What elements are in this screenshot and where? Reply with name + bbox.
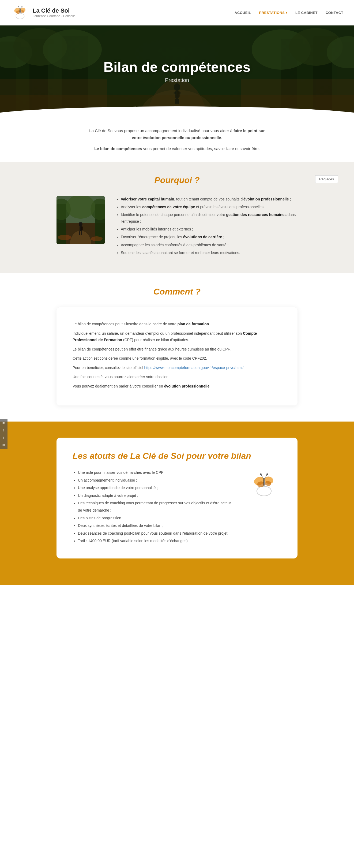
cpf-link[interactable]: https://www.moncompteformation.gouv.fr/e… [144, 366, 244, 370]
list-item: Accompagner les salariés confrontés à de… [121, 242, 297, 248]
facebook-icon[interactable]: f [0, 427, 7, 434]
pourquoi-title: Pourquoi ? [16, 175, 338, 185]
comment-section: Comment ? Le bilan de compétences peut s… [0, 273, 354, 422]
list-item: Analyser les compétences de votre équipe… [121, 204, 297, 210]
email-icon[interactable]: ✉ [0, 442, 7, 449]
list-item: Deux synthèses écrites et détaillées de … [78, 522, 236, 529]
list-item: Anticiper les mobilités internes et exte… [121, 226, 297, 232]
pourquoi-image-svg [57, 196, 105, 244]
comment-p2: Individuellement, un salarié, un demande… [72, 330, 282, 343]
list-item: Un accompagnement individualisé ; [78, 477, 236, 484]
comment-title: Comment ? [16, 287, 338, 297]
list-item: Une analyse approfondie de votre personn… [78, 484, 236, 492]
svg-point-59 [263, 478, 265, 486]
svg-rect-51 [81, 226, 83, 230]
svg-point-5 [19, 9, 21, 13]
brand-logo-area: La Clé de Soi Laurence Courtade - Consei… [11, 3, 75, 22]
list-item: Identifier le potentiel de chaque person… [121, 211, 297, 225]
atouts-section: Les atouts de La Clé de Soi pour votre b… [0, 422, 354, 575]
comment-p7: Vous pouvez également en parler à votre … [72, 383, 282, 390]
nav-contact[interactable]: CONTACT [326, 11, 343, 15]
navbar-menu: ACCUEIL PRESTATIONS ▾ LE CABINET CONTACT [234, 11, 343, 15]
pourquoi-content: Valoriser votre capital humain, tout en … [57, 196, 297, 257]
list-item: Des pistes de progression ; [78, 515, 236, 522]
social-sidebar: in f t ✉ [0, 419, 7, 449]
comment-p1: Le bilan de compétences peut s'inscrire … [72, 321, 282, 328]
list-item: Soutenir les salariés souhaitant se form… [121, 249, 297, 256]
pourquoi-section: Pourquoi ? Réglages [0, 162, 354, 274]
svg-point-63 [266, 473, 268, 475]
intro-paragraph-2: Le bilan de compétences vous permet de v… [89, 145, 265, 152]
intro-paragraph-1: La Clé de Soi vous propose un accompagne… [89, 127, 265, 141]
list-item: Valoriser votre capital humain, tout en … [121, 196, 297, 203]
brand-logo-icon [11, 3, 29, 22]
svg-point-53 [91, 236, 102, 241]
hero-title: Bilan de compétences [103, 59, 250, 75]
svg-point-8 [18, 6, 19, 7]
list-item: Un diagnostic adapté à votre projet ; [78, 492, 236, 499]
hero-subtitle: Prestation [103, 77, 250, 83]
atouts-list: Une aide pour finaliser vos démarches av… [72, 469, 236, 545]
list-item: Deux séances de coaching post-bilan pour… [78, 530, 236, 537]
brand-tagline: Laurence Courtade - Conseils [33, 14, 75, 18]
nav-cabinet[interactable]: LE CABINET [295, 11, 318, 15]
comment-p4: Cette action est considérée comme une fo… [72, 355, 282, 362]
hero-section: Bilan de compétences Prestation [0, 26, 354, 117]
atouts-content: Une aide pour finaliser vos démarches av… [72, 469, 282, 545]
svg-rect-50 [81, 231, 82, 235]
comment-p6: Une fois connecté, vous pourrez alors cr… [72, 374, 282, 380]
pourquoi-list: Valoriser votre capital humain, tout en … [116, 196, 297, 257]
list-item: Favoriser l'émergence de projets, les év… [121, 234, 297, 240]
atouts-card: Les atouts de La Clé de Soi pour votre b… [57, 438, 297, 558]
svg-point-0 [16, 13, 24, 19]
chevron-down-icon: ▾ [286, 11, 287, 14]
twitter-icon[interactable]: t [0, 434, 7, 442]
list-item: Tarif : 1400,00 EUR (tarif variable selo… [78, 537, 236, 545]
atouts-logo-area [247, 469, 282, 501]
svg-point-62 [260, 473, 262, 475]
nav-prestations[interactable]: PRESTATIONS ▾ [259, 11, 287, 15]
comment-p5: Pour en bénéficier, consultez le site of… [72, 365, 282, 371]
navbar: La Clé de Soi Laurence Courtade - Consei… [0, 0, 354, 26]
hero-content: Bilan de compétences Prestation [103, 59, 250, 83]
intro-section: La Clé de Soi vous propose un accompagne… [57, 117, 297, 162]
linkedin-icon[interactable]: in [0, 419, 7, 427]
svg-rect-49 [79, 231, 81, 235]
svg-point-46 [79, 222, 83, 226]
list-item: Une aide pour finaliser vos démarches av… [78, 469, 236, 476]
atouts-logo-icon [248, 469, 280, 501]
page-bottom [0, 575, 354, 585]
comment-p3: Le bilan de compétences peut en effet êt… [72, 346, 282, 353]
settings-button[interactable]: Réglages [315, 175, 338, 183]
list-item: Des techniques de coaching vous permetta… [78, 499, 236, 514]
brand-name: La Clé de Soi [33, 7, 75, 14]
svg-point-9 [22, 6, 23, 7]
atouts-title: Les atouts de La Clé de Soi pour votre b… [72, 451, 282, 461]
svg-point-54 [257, 486, 271, 496]
comment-card: Le bilan de compétences peut s'inscrire … [57, 307, 297, 405]
svg-point-52 [58, 235, 71, 240]
pourquoi-image [57, 196, 105, 244]
nav-accueil[interactable]: ACCUEIL [234, 11, 251, 15]
